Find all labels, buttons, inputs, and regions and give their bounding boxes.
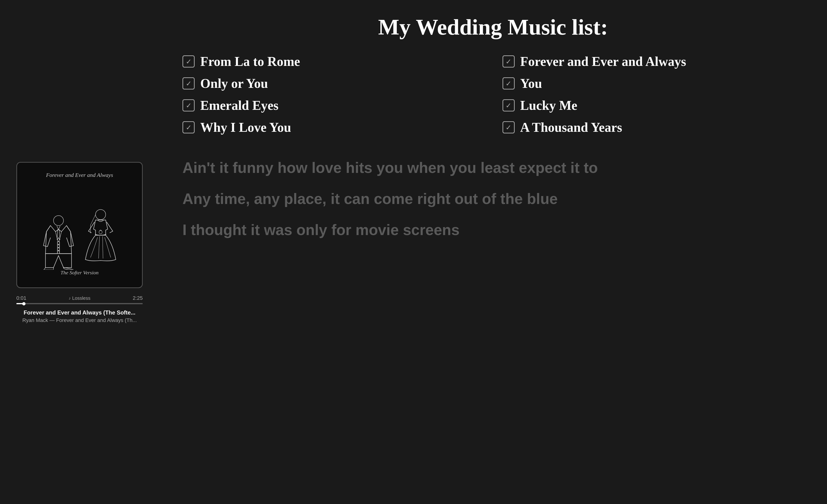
album-title: Forever and Ever and Always <box>46 172 113 178</box>
checklist-item-1[interactable]: ✓ From La to Rome <box>183 54 484 69</box>
checklist-label-3: Only or You <box>200 76 268 91</box>
check-icon-1: ✓ <box>186 57 192 66</box>
checkbox-8[interactable]: ✓ <box>502 121 515 133</box>
svg-point-0 <box>58 244 59 245</box>
checklist-item-6[interactable]: ✓ Lucky Me <box>502 98 804 113</box>
main-container: Forever and Ever and Always <box>0 0 827 504</box>
song-artist: Ryan Mack — Forever and Ever and Always … <box>16 317 143 323</box>
checklist-label-4: You <box>520 76 542 91</box>
album-art: Forever and Ever and Always <box>16 162 143 288</box>
song-info: Forever and Ever and Always (The Softe..… <box>16 310 143 323</box>
checklist-item-2[interactable]: ✓ Forever and Ever and Always <box>502 54 804 69</box>
checklist-label-5: Emerald Eyes <box>200 98 278 113</box>
left-panel: Forever and Ever and Always <box>0 0 159 504</box>
album-illustration <box>40 183 119 270</box>
lyric-line-1: Ain't it funny how love hits you when yo… <box>183 158 804 178</box>
current-time: 0:01 <box>16 295 27 301</box>
checkbox-1[interactable]: ✓ <box>183 55 195 67</box>
player-time-row: 0:01 ♪ Lossless 2:25 <box>16 295 143 301</box>
check-icon-8: ✓ <box>505 123 512 131</box>
checklist-grid: ✓ From La to Rome ✓ Forever and Ever and… <box>183 54 804 135</box>
checklist-label-1: From La to Rome <box>200 54 300 69</box>
svg-point-4 <box>95 210 105 220</box>
checkbox-7[interactable]: ✓ <box>183 121 195 133</box>
svg-point-3 <box>54 216 64 226</box>
lossless-icon: ♪ <box>69 296 71 301</box>
right-panel: My Wedding Music list: ✓ From La to Rome… <box>159 0 827 504</box>
svg-point-2 <box>58 250 59 251</box>
album-subtitle: The Softer Version <box>61 270 99 276</box>
check-icon-6: ✓ <box>505 101 512 110</box>
checklist-item-7[interactable]: ✓ Why I Love You <box>183 120 484 135</box>
checkbox-2[interactable]: ✓ <box>502 55 515 67</box>
check-icon-2: ✓ <box>505 57 512 66</box>
check-icon-4: ✓ <box>505 79 512 88</box>
checklist-label-8: A Thousand Years <box>520 120 622 135</box>
total-time: 2:25 <box>133 295 143 301</box>
check-icon-5: ✓ <box>186 101 192 110</box>
song-title: Forever and Ever and Always (The Softe..… <box>16 310 143 316</box>
checklist-label-6: Lucky Me <box>520 98 577 113</box>
svg-point-1 <box>58 247 59 248</box>
checklist-item-4[interactable]: ✓ You <box>502 76 804 91</box>
dress-illustration <box>82 209 119 270</box>
lyric-line-3: I thought it was only for movie screens <box>183 220 804 240</box>
progress-bar[interactable] <box>16 303 143 304</box>
checklist-item-3[interactable]: ✓ Only or You <box>183 76 484 91</box>
checkbox-6[interactable]: ✓ <box>502 99 515 111</box>
suit-illustration <box>40 214 77 270</box>
progress-handle[interactable] <box>22 302 26 305</box>
checklist-label-7: Why I Love You <box>200 120 291 135</box>
checklist-item-8[interactable]: ✓ A Thousand Years <box>502 120 804 135</box>
checklist-item-5[interactable]: ✓ Emerald Eyes <box>183 98 484 113</box>
checkbox-5[interactable]: ✓ <box>183 99 195 111</box>
player-controls: 0:01 ♪ Lossless 2:25 Forever and Ever an… <box>16 295 143 323</box>
lossless-label: Lossless <box>72 295 91 301</box>
check-icon-3: ✓ <box>186 79 192 88</box>
lossless-badge: ♪ Lossless <box>69 295 91 301</box>
check-icon-7: ✓ <box>186 123 192 131</box>
page-title: My Wedding Music list: <box>183 14 804 40</box>
checklist-label-2: Forever and Ever and Always <box>520 54 686 69</box>
checkbox-3[interactable]: ✓ <box>183 77 195 90</box>
lyric-line-2: Any time, any place, it can come right o… <box>183 189 804 209</box>
svg-point-5 <box>99 231 102 234</box>
checkbox-4[interactable]: ✓ <box>502 77 515 90</box>
lyrics-section: Ain't it funny how love hits you when yo… <box>183 158 804 251</box>
